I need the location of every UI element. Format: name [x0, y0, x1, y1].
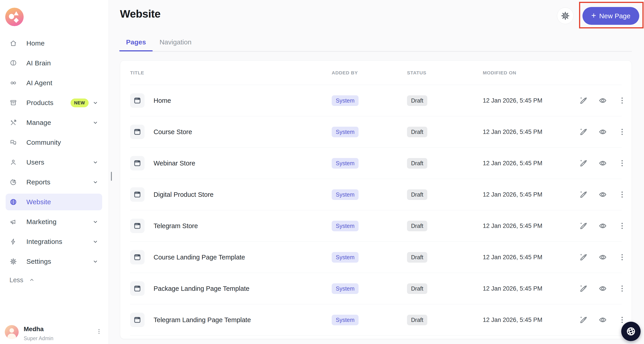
page-name: Package Landing Page Template: [154, 285, 250, 292]
app-logo[interactable]: [5, 8, 24, 26]
magic-edit-icon[interactable]: [579, 221, 588, 230]
sidebar-item-ai-brain[interactable]: AI Brain: [6, 53, 102, 73]
preview-eye-icon[interactable]: [598, 159, 607, 168]
page-browser-icon: [130, 187, 144, 202]
tab-pages[interactable]: Pages: [119, 33, 153, 51]
magic-edit-icon[interactable]: [579, 315, 588, 324]
sidebar-item-integrations[interactable]: Integrations: [6, 232, 102, 252]
table-row[interactable]: Home System Draft 12 Jan 2026, 5:45 PM: [130, 85, 622, 116]
table-row[interactable]: Course Store System Draft 12 Jan 2026, 5…: [130, 116, 622, 148]
gear-icon: [560, 11, 570, 20]
sidebar-item-label: Settings: [26, 258, 51, 265]
table-row[interactable]: Digital Product Store System Draft 12 Ja…: [130, 179, 622, 210]
sidebar-item-home[interactable]: Home: [6, 33, 102, 53]
added-by-badge: System: [332, 283, 358, 294]
page-title-cell: Home: [130, 93, 332, 108]
row-menu-kebab-icon[interactable]: [618, 284, 627, 293]
page-browser-icon: [130, 219, 144, 233]
sidebar-resize-handle[interactable]: [111, 172, 112, 181]
gear-icon: [10, 258, 17, 265]
preview-eye-icon[interactable]: [598, 190, 607, 199]
tabs-divider: [120, 51, 632, 52]
preview-eye-icon[interactable]: [598, 284, 607, 293]
row-menu-kebab-icon[interactable]: [618, 190, 627, 199]
row-menu-kebab-icon[interactable]: [618, 253, 627, 262]
sidebar-item-community[interactable]: Community: [6, 132, 102, 152]
modified-on-date: 12 Jan 2026, 5:45 PM: [483, 160, 579, 167]
status-badge: Draft: [407, 315, 427, 325]
row-menu-kebab-icon[interactable]: [618, 159, 627, 168]
preview-eye-icon[interactable]: [598, 315, 607, 324]
page-name: Webinar Store: [154, 160, 195, 167]
sidebar-item-marketing[interactable]: Marketing: [6, 212, 102, 232]
page-browser-icon: [130, 93, 144, 108]
magic-edit-icon[interactable]: [579, 253, 588, 262]
column-added-by: ADDED BY: [332, 70, 407, 76]
table-row[interactable]: Package Landing Page Template System Dra…: [130, 273, 622, 304]
page-title-cell: Course Landing Page Template: [130, 250, 332, 264]
row-menu-kebab-icon[interactable]: [618, 127, 627, 136]
sidebar-item-website[interactable]: Website: [6, 194, 102, 210]
sidebar: Home AI Brain AI Agent: [0, 0, 109, 344]
sidebar-item-label: Website: [26, 198, 51, 206]
page-title-cell: Webinar Store: [130, 156, 332, 170]
sidebar-less-toggle[interactable]: Less: [6, 272, 102, 288]
sidebar-item-users[interactable]: Users: [6, 152, 102, 172]
less-label: Less: [10, 276, 23, 284]
user-icon: [10, 158, 17, 166]
table-row[interactable]: Webinar Store System Draft 12 Jan 2026, …: [130, 148, 622, 179]
page-name: Course Store: [154, 128, 192, 136]
added-by-badge: System: [332, 315, 358, 325]
preview-eye-icon[interactable]: [598, 221, 607, 230]
table-row[interactable]: Telegram Store System Draft 12 Jan 2026,…: [130, 210, 622, 242]
modified-on-date: 12 Jan 2026, 5:45 PM: [483, 97, 579, 104]
modified-on-date: 12 Jan 2026, 5:45 PM: [483, 285, 579, 292]
page-title-cell: Telegram Store: [130, 219, 332, 233]
column-title: TITLE: [130, 70, 332, 76]
sidebar-item-label: Marketing: [26, 218, 56, 226]
sidebar-item-reports[interactable]: Reports: [6, 172, 102, 192]
table-header-row: TITLE ADDED BY STATUS MODIFIED ON: [130, 61, 622, 85]
modified-on-date: 12 Jan 2026, 5:45 PM: [483, 316, 579, 324]
magic-edit-icon[interactable]: [579, 127, 588, 136]
user-name: Medha: [24, 326, 44, 333]
user-menu-kebab-icon[interactable]: [96, 326, 102, 336]
website-settings-button[interactable]: [557, 8, 574, 24]
pages-table-card: TITLE ADDED BY STATUS MODIFIED ON Home S…: [120, 60, 632, 339]
sidebar-item-settings[interactable]: Settings: [6, 252, 102, 272]
status-badge: Draft: [407, 283, 427, 294]
magic-edit-icon[interactable]: [579, 159, 588, 168]
row-menu-kebab-icon[interactable]: [618, 96, 627, 105]
sidebar-item-manage[interactable]: Manage: [6, 113, 102, 132]
sidebar-item-products[interactable]: Products NEW: [6, 93, 102, 113]
website-globe-fab[interactable]: [621, 322, 640, 341]
magic-edit-icon[interactable]: [579, 96, 588, 105]
globe-icon: [626, 326, 636, 336]
magic-edit-icon[interactable]: [579, 284, 588, 293]
tools-icon: [10, 119, 17, 126]
infinity-icon: [10, 79, 17, 87]
user-block[interactable]: Medha Super Admin: [0, 325, 109, 343]
table-row[interactable]: Telegram Landing Page Template System Dr…: [130, 304, 622, 336]
preview-eye-icon[interactable]: [598, 253, 607, 262]
preview-eye-icon[interactable]: [598, 127, 607, 136]
magic-edit-icon[interactable]: [579, 190, 588, 199]
row-menu-kebab-icon[interactable]: [618, 221, 627, 230]
row-actions: [579, 159, 627, 168]
table-row[interactable]: Course Landing Page Template System Draf…: [130, 242, 622, 273]
modified-on-date: 12 Jan 2026, 5:45 PM: [483, 128, 579, 136]
row-actions: [579, 284, 627, 293]
modified-on-date: 12 Jan 2026, 5:45 PM: [483, 254, 579, 261]
sidebar-item-label: AI Brain: [26, 59, 51, 67]
new-page-button[interactable]: + New Page: [582, 7, 639, 25]
brain-icon: [10, 59, 17, 67]
column-modified-on: MODIFIED ON: [483, 70, 579, 76]
tab-navigation[interactable]: Navigation: [153, 33, 198, 51]
sidebar-item-label: Manage: [26, 119, 51, 126]
tabs: Pages Navigation: [119, 33, 198, 51]
sidebar-item-label: AI Agent: [26, 79, 52, 87]
row-menu-kebab-icon[interactable]: [618, 315, 627, 324]
preview-eye-icon[interactable]: [598, 96, 607, 105]
chevron-down-icon: [93, 180, 98, 185]
sidebar-item-ai-agent[interactable]: AI Agent: [6, 73, 102, 93]
